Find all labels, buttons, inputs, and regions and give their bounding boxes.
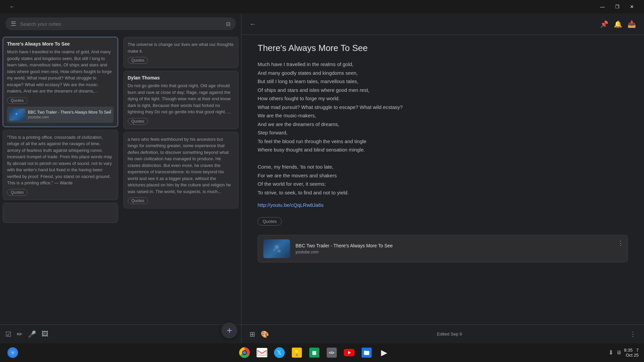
mic-icon[interactable]: 🎤: [28, 330, 36, 338]
note-tag-6[interactable]: Quotes: [128, 197, 148, 204]
taskbar-app-files[interactable]: [359, 345, 374, 360]
svg-point-2: [275, 245, 279, 249]
battery-indicator: 7: [636, 348, 639, 353]
checkbox-icon[interactable]: ☑: [5, 330, 11, 338]
date-time-display: 8:35 7 Oct 25: [624, 348, 639, 358]
svg-point-4: [273, 248, 276, 251]
left-toolbar: ☑ ✏ 🎤 🖼: [0, 324, 241, 343]
note-detail-header: ← 📌 🔔 📥: [241, 13, 644, 35]
svg-marker-9: [348, 351, 351, 354]
maximize-button[interactable]: ❐: [610, 0, 624, 13]
notes-column-left: There's Always More To See Much have I t…: [0, 34, 121, 324]
twitter-icon: 𝕏: [274, 347, 285, 358]
detail-youtube-domain: youtube.com: [296, 250, 622, 254]
sheets-icon: ▦: [309, 348, 319, 358]
keep-icon: 💡: [292, 348, 302, 358]
svg-rect-11: [364, 351, 366, 352]
search-input[interactable]: [20, 21, 222, 27]
header-left: ←: [250, 20, 256, 28]
note-preview-1: Much have I travelled in the realms of g…: [7, 49, 114, 95]
youtube-thumbnail-1: [9, 109, 25, 121]
time-display: 8:35 7: [624, 348, 639, 353]
note-tag-2[interactable]: Quotes: [7, 189, 28, 196]
add-box-icon[interactable]: ⊞: [250, 330, 255, 338]
chrome-icon: [239, 347, 250, 358]
note-card-2[interactable]: "This is a printing office, crossroads o…: [3, 130, 118, 200]
note-card-6[interactable]: a hero who feels earthbound by his ances…: [123, 132, 239, 209]
tray-screen-icon[interactable]: 🖥: [616, 350, 622, 356]
note-tag-5[interactable]: Quotes: [128, 118, 148, 125]
pin-icon[interactable]: 📌: [600, 20, 608, 28]
title-bar: ← — ❐ ✕: [0, 0, 644, 13]
close-icon: ✕: [630, 4, 634, 9]
tray-download-icon[interactable]: ⬇: [608, 349, 613, 356]
search-wrapper[interactable]: ☰ ⊟: [5, 17, 236, 30]
taskbar-app-chrome[interactable]: [237, 345, 252, 360]
active-dot: [12, 352, 14, 354]
taskbar-app-youtube[interactable]: [342, 345, 357, 360]
taskbar-right: ⬇ 🖥 8:35 7 Oct 25: [608, 348, 639, 358]
note-detail-content: There's Always More To See Much have I t…: [241, 35, 644, 324]
more-options-icon[interactable]: ⋮: [630, 330, 636, 338]
note-preview-2: "This is a printing office, crossroads o…: [7, 134, 114, 186]
detail-tag[interactable]: Quotes: [258, 217, 282, 226]
taskbar-app-terminal[interactable]: <t>: [324, 345, 339, 360]
pencil-icon[interactable]: ✏: [17, 330, 22, 338]
wallpaper-icon: [7, 347, 18, 358]
detail-youtube-more-icon[interactable]: ⋮: [618, 239, 624, 247]
youtube-info-1: BBC Two Trailer - There's Always More To…: [28, 110, 112, 119]
app-container: ☰ ⊟ There's Always More To See Much have…: [0, 13, 644, 343]
note-tag-1[interactable]: Quotes: [7, 97, 28, 104]
taskbar-app-play[interactable]: ▶: [377, 345, 391, 360]
taskbar-app-sheets[interactable]: ▦: [307, 345, 322, 360]
layout-icon[interactable]: ⊟: [226, 21, 230, 27]
minimize-icon: —: [600, 4, 605, 9]
image-icon[interactable]: 🖼: [42, 330, 48, 338]
youtube-domain-1: youtube.com: [28, 115, 112, 119]
right-toolbar-left: ⊞ 🎨: [250, 330, 269, 338]
detail-title: There's Always More To See: [258, 43, 628, 53]
hamburger-icon[interactable]: ☰: [11, 20, 16, 27]
terminal-icon: <t>: [327, 348, 337, 358]
svg-point-1: [15, 113, 17, 115]
detail-youtube-thumb-img: [263, 239, 290, 258]
youtube-title-1: BBC Two Trailer - There's Always More To…: [28, 110, 112, 115]
note-preview-6: a hero who feels earthbound by his ances…: [128, 136, 234, 195]
archive-icon[interactable]: 📥: [628, 20, 636, 28]
note-card-1[interactable]: There's Always More To See Much have I t…: [3, 37, 118, 127]
reminder-icon[interactable]: 🔔: [614, 20, 622, 28]
youtube-thumb-img-1: [9, 109, 25, 121]
fab-button[interactable]: +: [221, 322, 237, 339]
taskbar-app-wallpaper[interactable]: [5, 345, 20, 360]
taskbar-app-gmail[interactable]: [255, 345, 269, 360]
detail-back-button[interactable]: ←: [250, 20, 256, 28]
detail-body: Much have I travelled in the realms of g…: [258, 60, 628, 197]
detail-youtube-info: BBC Two Trailer - There's Always More To…: [296, 243, 622, 254]
maximize-icon: ❐: [615, 4, 620, 9]
minimize-button[interactable]: —: [596, 0, 609, 13]
note-card-4[interactable]: The universe is change our lives are wha…: [123, 37, 239, 68]
right-toolbar: ⊞ 🎨 Edited Sep 9 ⋮: [241, 324, 644, 343]
youtube-preview-1[interactable]: BBC Two Trailer - There's Always More To…: [7, 107, 114, 123]
note-title-1: There's Always More To See: [7, 41, 114, 47]
external-link-icon[interactable]: ↗: [108, 109, 112, 113]
taskbar-app-twitter[interactable]: 𝕏: [272, 345, 287, 360]
notes-list: There's Always More To See Much have I t…: [0, 34, 241, 324]
edited-timestamp: Edited Sep 9: [437, 331, 462, 337]
taskbar-app-keep[interactable]: 💡: [289, 345, 304, 360]
date-display: Oct 25: [624, 353, 639, 358]
back-button[interactable]: ←: [5, 0, 19, 13]
notes-column-right: The universe is change our lives are wha…: [121, 34, 241, 324]
detail-link[interactable]: http://youtu.be/cQqLRw8Ja6s: [258, 202, 628, 208]
taskbar: 𝕏 💡 ▦ <t>: [0, 343, 644, 362]
close-button[interactable]: ✕: [625, 0, 639, 13]
svg-point-3: [277, 249, 281, 253]
palette-icon[interactable]: 🎨: [261, 330, 269, 338]
note-card-3[interactable]: [3, 203, 118, 223]
right-panel: ← 📌 🔔 📥 There's Always More To See Much …: [241, 13, 644, 343]
note-tag-4[interactable]: Quotes: [128, 57, 148, 64]
left-panel: ☰ ⊟ There's Always More To See Much have…: [0, 13, 241, 343]
detail-youtube[interactable]: BBC Two Trailer - There's Always More To…: [258, 235, 628, 262]
note-card-5[interactable]: Dylan Thomas Do not go gentle into that …: [123, 71, 239, 129]
taskbar-center: 𝕏 💡 ▦ <t>: [237, 345, 391, 360]
